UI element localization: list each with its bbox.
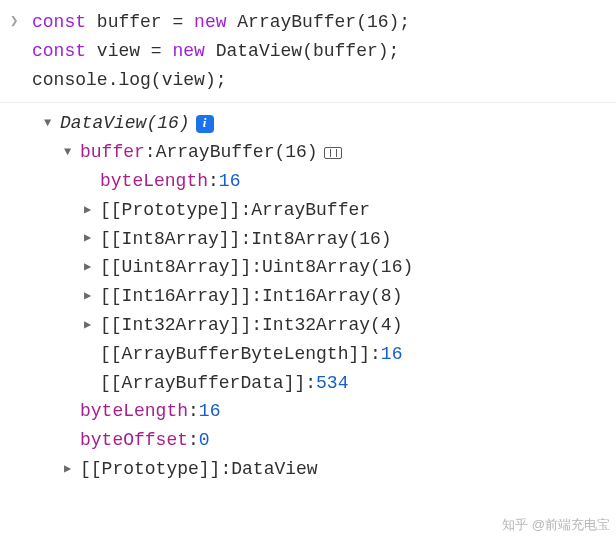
prop-int8array[interactable]: [[Int8Array]]: Int8Array(16): [44, 225, 616, 254]
prop-key: byteLength: [80, 397, 188, 426]
prop-arraybuffer-bytelength: [[ArrayBufferByteLength]]: 16: [44, 340, 616, 369]
prop-key: byteOffset: [80, 426, 188, 455]
prop-value: ArrayBuffer(16): [156, 138, 318, 167]
prop-key: [[Prototype]]: [80, 455, 220, 484]
expand-arrow-icon[interactable]: [84, 316, 98, 335]
prop-buffer[interactable]: buffer: ArrayBuffer(16): [44, 138, 616, 167]
prop-value: 16: [381, 340, 403, 369]
code-line-3: console.log(view);: [32, 66, 616, 95]
expand-arrow-icon[interactable]: [84, 287, 98, 306]
prompt-caret-icon: ❯: [10, 10, 18, 32]
console-output-tree: DataView(16) i buffer: ArrayBuffer(16) b…: [0, 103, 616, 489]
prop-value: DataView: [231, 455, 317, 484]
prop-key: byteLength: [100, 167, 208, 196]
expand-arrow-icon[interactable]: [64, 460, 78, 479]
tree-root[interactable]: DataView(16) i: [44, 109, 616, 138]
prop-key: [[ArrayBufferData]]: [100, 369, 305, 398]
prop-value: Int32Array(4): [262, 311, 402, 340]
expand-arrow-icon[interactable]: [84, 258, 98, 277]
info-icon[interactable]: i: [196, 115, 214, 133]
prop-key: [[ArrayBufferByteLength]]: [100, 340, 370, 369]
prop-key: [[Int16Array]]: [100, 282, 251, 311]
prop-value: ArrayBuffer: [251, 196, 370, 225]
prop-value: Uint8Array(16): [262, 253, 413, 282]
prop-buffer-bytelength: byteLength: 16: [44, 167, 616, 196]
prop-key: [[Prototype]]: [100, 196, 240, 225]
code-input-block: ❯ const buffer = new ArrayBuffer(16); co…: [0, 0, 616, 103]
prop-value: 16: [199, 397, 221, 426]
memory-icon[interactable]: [324, 147, 342, 159]
expand-arrow-icon[interactable]: [44, 114, 58, 133]
watermark: 知乎 @前端充电宝: [502, 515, 610, 536]
prop-int16array[interactable]: [[Int16Array]]: Int16Array(8): [44, 282, 616, 311]
prop-key: buffer: [80, 138, 145, 167]
prop-key: [[Uint8Array]]: [100, 253, 251, 282]
prop-prototype-dataview[interactable]: [[Prototype]]: DataView: [44, 455, 616, 484]
root-label: DataView(16): [60, 109, 190, 138]
prop-key: [[Int32Array]]: [100, 311, 251, 340]
prop-value: 534: [316, 369, 348, 398]
expand-arrow-icon[interactable]: [64, 143, 78, 162]
code-line-2: const view = new DataView(buffer);: [32, 37, 616, 66]
prop-arraybuffer-data: [[ArrayBufferData]]: 534: [44, 369, 616, 398]
code-line-1: const buffer = new ArrayBuffer(16);: [32, 8, 616, 37]
prop-value: Int8Array(16): [251, 225, 391, 254]
prop-bytelength: byteLength: 16: [44, 397, 616, 426]
prop-value: 0: [199, 426, 210, 455]
prop-key: [[Int8Array]]: [100, 225, 240, 254]
prop-uint8array[interactable]: [[Uint8Array]]: Uint8Array(16): [44, 253, 616, 282]
prop-value: 16: [219, 167, 241, 196]
expand-arrow-icon[interactable]: [84, 201, 98, 220]
prop-byteoffset: byteOffset: 0: [44, 426, 616, 455]
prop-prototype-arraybuffer[interactable]: [[Prototype]]: ArrayBuffer: [44, 196, 616, 225]
prop-value: Int16Array(8): [262, 282, 402, 311]
prop-int32array[interactable]: [[Int32Array]]: Int32Array(4): [44, 311, 616, 340]
expand-arrow-icon[interactable]: [84, 229, 98, 248]
